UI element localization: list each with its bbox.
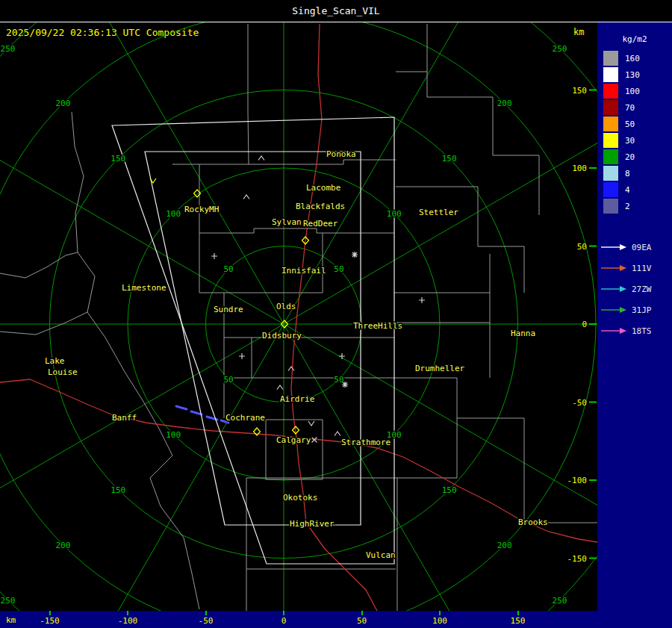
colorbar-swatch	[603, 51, 618, 66]
range-label-50: 50	[223, 264, 233, 274]
city-label-lacombe: Lacombe	[306, 183, 340, 193]
caret-marker	[277, 385, 283, 390]
star-marker	[352, 252, 358, 258]
city-label-okotoks: Okotoks	[283, 493, 317, 503]
range-label-150: 150	[442, 485, 457, 495]
x-axis-tick	[283, 611, 284, 615]
colorbar-row: 20	[597, 149, 672, 165]
city-label-louise: Louise	[48, 367, 78, 377]
colorbar-value: 70	[625, 103, 635, 113]
city-label-rockymh: RockyMH	[184, 205, 219, 214]
city-label-drumheller: Drumheller	[415, 364, 465, 373]
city-label-innisfail: Innisfail	[281, 266, 326, 276]
radar-app-window: Single_Scan_VIL 2025/09/22 02:36:13 UTC …	[0, 0, 672, 628]
y-axis-tick-label: -150	[567, 554, 588, 564]
range-label-50: 50	[334, 375, 343, 385]
star-marker	[342, 382, 348, 388]
colorbar-value: 100	[625, 87, 640, 96]
colorbar-value: 2	[625, 202, 630, 211]
radial-lines	[0, 0, 672, 628]
colorbar-swatch	[603, 84, 618, 99]
radar-id-label: 111V	[632, 264, 652, 273]
radar-id-label: 27ZW	[632, 285, 652, 294]
city-label-limestone: Limestone	[122, 283, 167, 293]
colorbar-value: 8	[625, 169, 630, 178]
legend-panel: kg/m2 16013010070503020842 09EA111V27ZW3…	[597, 22, 672, 628]
city-label-strathmore: Strathmore	[341, 438, 391, 447]
range-ring-250km	[0, 0, 672, 628]
range-label-200: 200	[497, 541, 512, 550]
colorbar-row: 130	[597, 66, 672, 83]
city-label-hanna: Hanna	[511, 329, 535, 338]
x-axis-units: km	[6, 615, 16, 625]
range-label-150: 150	[111, 485, 125, 495]
colorbar-row: 50	[597, 116, 672, 132]
range-label-250: 250	[553, 44, 567, 54]
radar-coverage-outline	[112, 117, 394, 564]
city-label-threehills: ThreeHills	[353, 321, 402, 331]
city-label-reddeer: RedDeer	[303, 219, 338, 228]
caret-marker	[335, 432, 340, 436]
city-label-blackfalds: Blackfalds	[296, 202, 345, 211]
range-label-150: 150	[442, 154, 457, 164]
city-label-airdrie: Airdrie	[280, 394, 314, 404]
colorbar-swatch	[603, 133, 618, 148]
plus-marker	[339, 353, 345, 359]
x-axis-tick	[361, 611, 363, 615]
colorbar-swatch	[603, 116, 618, 131]
range-label-100: 100	[166, 209, 181, 219]
range-label-250: 250	[553, 596, 567, 606]
range-label-250: 250	[1, 596, 16, 606]
y-axis-tick-label: -50	[572, 398, 587, 408]
colorbar-row: 4	[597, 181, 672, 198]
radar-legend-row: 18TS	[597, 320, 672, 341]
city-label-olds: Olds	[276, 302, 296, 311]
radar-site-legend: 09EA111V27ZW31JP18TS	[597, 237, 672, 341]
x-axis-tick	[127, 611, 128, 615]
city-label-vulcan: Vulcan	[366, 550, 396, 560]
x-axis-tick	[49, 611, 51, 615]
colorbar-row: 2	[597, 198, 672, 214]
colorbar-row: 160	[597, 50, 672, 66]
y-axis-tick-label: -100	[567, 476, 588, 485]
city-label-calgary: Calgary	[276, 435, 311, 445]
colorbar-swatch	[603, 100, 618, 115]
plus-marker	[211, 253, 217, 259]
x-axis-tick-label: -100	[113, 616, 143, 626]
y-axis-tick-label: 0	[582, 320, 587, 329]
x-axis-tick-label: 50	[347, 616, 377, 626]
radar-id-label: 31JP	[632, 305, 652, 315]
radar-arrow-icon	[600, 264, 629, 273]
colorbar-row: 30	[597, 132, 672, 149]
x-axis-tick	[205, 611, 207, 615]
x-axis: km -150-100-50050100150	[0, 611, 597, 628]
city-label-ponoka: Ponoka	[326, 149, 356, 159]
range-label-100: 100	[387, 209, 402, 219]
radar-arrow-icon	[600, 305, 629, 314]
colorbar-swatch	[603, 182, 618, 197]
range-label-50: 50	[334, 264, 343, 274]
colorbar-value: 50	[625, 119, 635, 129]
caret-marker	[258, 156, 264, 161]
x-axis-tick	[439, 611, 441, 615]
radar-legend-row: 31JP	[597, 299, 672, 320]
colorbar-value: 160	[625, 54, 640, 63]
x-axis-tick	[517, 611, 519, 615]
x-axis-tick-label: 150	[503, 616, 533, 626]
radar-id-label: 09EA	[632, 243, 652, 252]
city-label-highriver: HighRiver	[290, 519, 335, 529]
plus-marker	[239, 353, 245, 359]
radar-legend-row: 09EA	[597, 237, 672, 258]
plus-marker	[419, 297, 425, 303]
colorbar-units-label: kg/m2	[597, 22, 672, 44]
colorbar-swatch	[603, 149, 618, 164]
x-axis-tick-label: 0	[269, 616, 299, 626]
y-axis-tick-label: 150	[572, 86, 587, 96]
caret-marker	[243, 195, 249, 199]
vil-colorbar: 16013010070503020842	[597, 50, 672, 214]
city-label-lake: Lake	[45, 356, 65, 366]
radar-arrow-icon	[600, 326, 629, 335]
radar-arrow-icon	[600, 285, 629, 293]
city-label-stettler: Stettler	[419, 208, 458, 217]
range-label-200: 200	[497, 99, 512, 108]
